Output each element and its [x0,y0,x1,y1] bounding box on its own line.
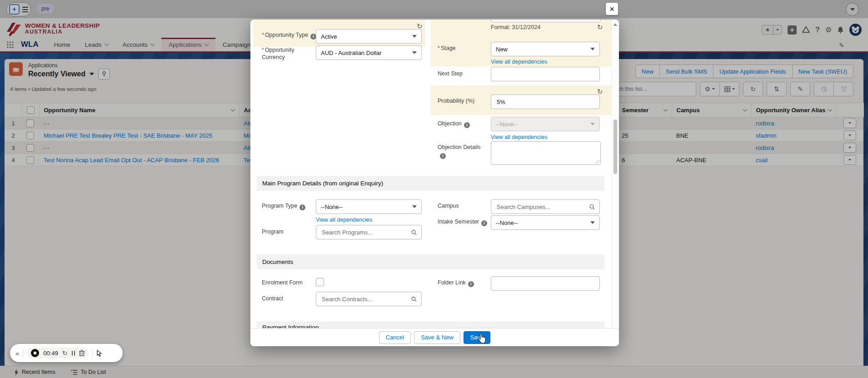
modal-close-button[interactable]: × [606,3,618,15]
info-icon[interactable]: i [310,34,316,40]
objection-label: Objectioni [438,120,470,128]
info-icon[interactable]: i [299,204,305,210]
chevron-down-icon [412,51,417,54]
edit-application-modal: ↺ ↺ ↺ Format: 31/12/2024 *Opportunity Ty… [250,20,619,346]
search-icon [411,296,417,302]
program-type-select[interactable]: --None-- [316,199,422,214]
chevron-down-icon [412,205,417,208]
contract-label: Contract [262,295,283,303]
intake-semester-label: Intake Semesteri [438,219,487,226]
stop-recording-button[interactable] [31,349,39,357]
search-icon [589,204,595,210]
divider [92,349,93,357]
cancel-button[interactable]: Cancel [379,331,411,344]
opportunity-currency-select[interactable]: AUD - Australian Dollar [316,45,422,60]
view-dependencies-link[interactable]: View all dependencies [316,217,372,223]
undo-icon[interactable]: ↺ [597,23,603,31]
info-icon[interactable]: i [464,122,470,128]
collapse-icon[interactable]: « [15,349,19,357]
program-lookup[interactable] [316,225,422,239]
save-and-new-button[interactable]: Save & New [414,331,460,344]
chevron-down-icon [412,35,417,38]
objection-select[interactable]: --None-- [491,117,600,131]
modal-footer: Cancel Save & New Save [250,328,619,346]
view-dependencies-link[interactable]: View all dependencies [491,59,547,65]
divider [23,349,23,357]
scrollbar-thumb[interactable] [614,119,617,174]
stage-label: *Stage [438,45,456,52]
delete-recording-icon[interactable] [79,350,85,356]
section-main-program-details: Main Program Details (from original Enqu… [257,176,604,191]
program-label: Program [262,229,284,236]
objection-details-textarea[interactable] [491,141,601,165]
intake-semester-select[interactable]: --None-- [491,215,600,230]
pause-recording-icon[interactable] [72,351,75,356]
probability-input[interactable] [491,94,600,109]
next-step-input[interactable] [491,67,600,81]
section-documents: Documents [257,254,604,269]
objection-details-label: Objection Detailsi [438,144,489,159]
contract-lookup[interactable] [316,292,422,306]
opportunity-type-label: *Opportunity Typei [262,32,316,40]
campus-lookup[interactable] [491,199,600,214]
date-format-helper: Format: 31/12/2024 [491,24,540,31]
search-icon [411,229,417,235]
folder-link-input[interactable] [491,276,600,291]
enrolment-form-label: Enrolment Form [262,279,303,287]
cursor-tool-icon[interactable] [96,350,102,357]
info-icon[interactable]: i [481,220,487,226]
chevron-down-icon [590,221,595,224]
close-date-input-clipped[interactable] [491,20,601,22]
scroll-up-arrow-icon[interactable] [614,23,617,26]
mouse-cursor-icon [478,333,487,345]
program-type-label: Program Typei [262,203,305,210]
info-icon[interactable]: i [468,281,474,287]
info-icon[interactable]: i [440,153,446,159]
chevron-down-icon [590,48,595,50]
probability-label: Probability (%) [438,98,474,105]
restart-recording-icon[interactable]: ↺ [62,349,68,357]
opportunity-currency-label: *Opportunity Currency [262,47,307,61]
campus-label: Campus [438,203,459,210]
view-dependencies-link[interactable]: View all dependencies [491,134,547,140]
screen-recorder-bar: « 00:49 ↺ [10,344,123,362]
recording-timer: 00:49 [43,350,58,357]
enrolment-form-checkbox[interactable] [316,278,324,286]
modal-scrollbar[interactable] [611,20,619,328]
opportunity-type-select[interactable]: Active [316,29,422,44]
screen: pre WOMEN & LEADERSHIP AUSTRALIA ★ + [0,0,868,378]
folder-link-label: Folder Linki [438,279,474,287]
next-step-label: Next Step [438,70,463,78]
chevron-down-icon [590,123,595,125]
stage-select[interactable]: New [491,42,600,56]
